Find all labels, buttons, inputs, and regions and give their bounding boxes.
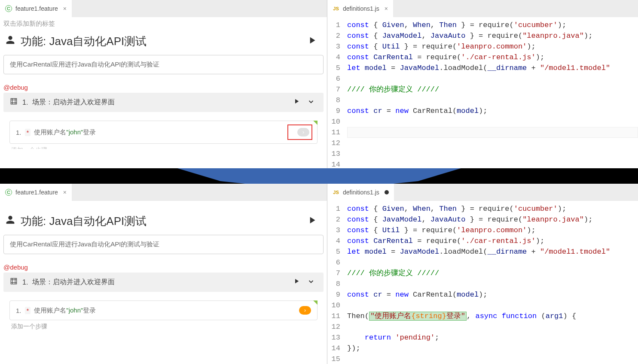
person-icon [4, 214, 16, 229]
step-row[interactable]: 1. * 使用账户名"john"登录 › [9, 300, 317, 320]
feature-description[interactable]: 使用CarRental应用进行Java自动化API的测试与验证 [3, 235, 324, 254]
tab-label: definitions1.js [343, 189, 379, 196]
cucumber-icon: C [5, 5, 12, 12]
tab-feature[interactable]: C feature1.feature × [0, 0, 72, 17]
feature-editor-panel-bottom: C feature1.feature × 功能: Java自动化API测试 使用… [0, 184, 327, 364]
person-icon [4, 34, 16, 49]
tab-definitions[interactable]: JS definitions1.js × [327, 0, 394, 17]
feature-title: 功能: Java自动化API测试 [21, 34, 302, 49]
code-lines[interactable]: const { Given, When, Then } = require('c… [347, 20, 638, 168]
film-icon [9, 97, 18, 108]
highlight-box [287, 124, 312, 140]
step-text: 使用账户名"john"登录 [34, 128, 96, 136]
scenario-number: 1. [22, 99, 28, 106]
step-row[interactable]: 1. * 使用账户名"john"登录 › [9, 121, 317, 144]
tab-bar: C feature1.feature × [0, 184, 327, 201]
scenario-number: 1. [22, 279, 28, 286]
step-number: 1. [16, 307, 21, 314]
tab-bar: JS definitions1.js × [327, 0, 638, 17]
modified-dot-icon [385, 190, 389, 194]
generate-step-button[interactable]: › [299, 306, 311, 315]
debug-tag[interactable]: @debug [3, 77, 324, 93]
add-step-hint[interactable]: 添加一个步骤 [3, 320, 324, 333]
scenario-header[interactable]: 1. 场景：启动并进入欢迎界面 [3, 273, 324, 292]
step-keyword: * [25, 307, 31, 314]
code-lines[interactable]: const { Given, When, Then } = require('c… [347, 203, 638, 364]
tab-definitions[interactable]: JS definitions1.js [327, 184, 394, 201]
tab-label: definitions1.js [343, 5, 379, 12]
feature-description[interactable]: 使用CarRental应用进行Java自动化API的测试与验证 [3, 55, 324, 74]
divider [0, 168, 638, 184]
step-keyword: * [25, 129, 31, 136]
close-icon[interactable]: × [63, 5, 67, 12]
close-icon[interactable]: × [385, 5, 388, 12]
js-icon: JS [333, 189, 339, 196]
play-feature-button[interactable] [306, 215, 317, 228]
step-corner-marker [313, 300, 317, 305]
tab-label: feature1.feature [15, 189, 58, 196]
feature-title: 功能: Java自动化API测试 [21, 214, 302, 229]
code-editor-panel-bottom: JS definitions1.js 123456789101112131415… [327, 184, 638, 364]
tab-bar: JS definitions1.js [327, 184, 638, 201]
scenario-label: 场景：启动并进入欢迎界面 [32, 278, 288, 287]
js-icon: JS [333, 5, 339, 12]
step-number: 1. [16, 129, 21, 136]
close-icon[interactable]: × [63, 189, 67, 196]
scenario-label: 场景：启动并进入欢迎界面 [32, 98, 288, 107]
play-feature-button[interactable] [306, 35, 317, 49]
arrow-right-icon: › [304, 307, 306, 313]
code-editor[interactable]: 123456789101112131415 const { Given, Whe… [327, 201, 638, 364]
scenario-header[interactable]: 1. 场景：启动并进入欢迎界面 [3, 93, 324, 112]
tab-bar: C feature1.feature × [0, 0, 327, 17]
cucumber-icon: C [5, 189, 12, 196]
film-icon [9, 277, 18, 288]
step-text: 使用账户名"john"登录 [34, 306, 96, 315]
tag-hint[interactable]: 双击添加新的标签 [3, 17, 324, 30]
step-corner-marker [313, 121, 317, 125]
tab-feature[interactable]: C feature1.feature × [0, 184, 72, 201]
add-step-hint[interactable]: 添加一个步骤 [3, 144, 324, 149]
line-gutter: 1234567891011121314 [327, 20, 347, 168]
code-editor-panel-top: JS definitions1.js × 1234567891011121314… [327, 0, 638, 168]
tab-label: feature1.feature [15, 5, 58, 12]
play-scenario-button[interactable] [293, 97, 300, 107]
feature-editor-panel-top: C feature1.feature × 双击添加新的标签 功能: Java自动… [0, 0, 327, 168]
chevron-down-icon[interactable] [307, 278, 315, 287]
play-scenario-button[interactable] [293, 277, 300, 287]
line-gutter: 123456789101112131415 [327, 203, 347, 364]
code-editor[interactable]: 1234567891011121314 const { Given, When,… [327, 17, 638, 168]
debug-tag[interactable]: @debug [3, 257, 324, 273]
chevron-down-icon[interactable] [307, 98, 315, 107]
